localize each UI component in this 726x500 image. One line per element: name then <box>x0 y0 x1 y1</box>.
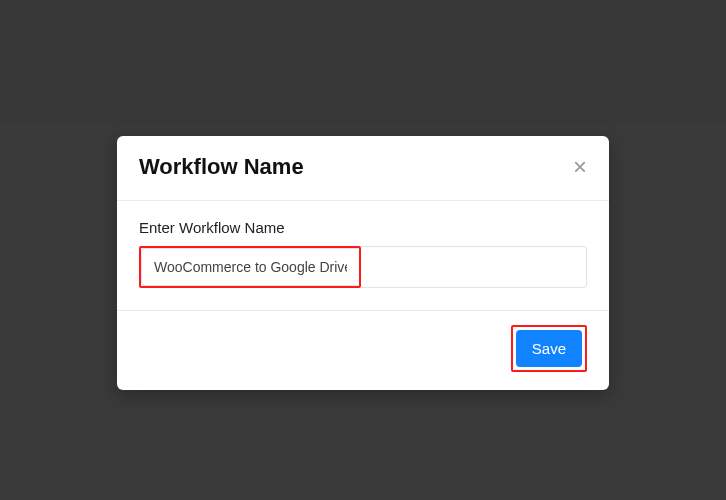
modal-body: Enter Workflow Name <box>117 201 609 311</box>
modal-title: Workflow Name <box>139 154 304 180</box>
workflow-name-input[interactable] <box>141 248 359 286</box>
workflow-name-label: Enter Workflow Name <box>139 219 587 236</box>
workflow-name-input-extent[interactable] <box>361 246 587 288</box>
close-icon[interactable]: × <box>573 155 587 179</box>
modal-header: Workflow Name × <box>117 136 609 201</box>
workflow-name-input-row <box>139 246 587 288</box>
workflow-name-modal: Workflow Name × Enter Workflow Name Save <box>117 136 609 390</box>
page-top-band <box>0 0 726 124</box>
modal-footer: Save <box>117 311 609 390</box>
input-highlight <box>139 246 361 288</box>
save-highlight: Save <box>511 325 587 372</box>
save-button[interactable]: Save <box>516 330 582 367</box>
